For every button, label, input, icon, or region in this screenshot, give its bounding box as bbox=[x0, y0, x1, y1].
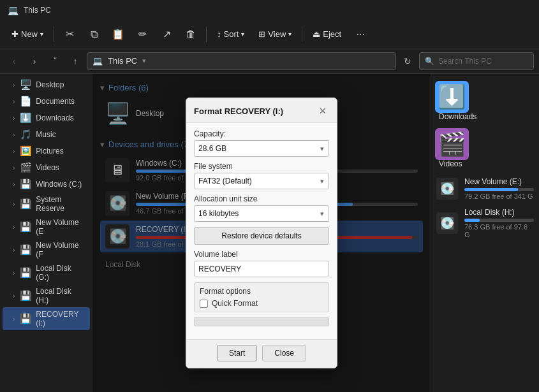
expand-icon: › bbox=[13, 201, 15, 208]
back-button[interactable]: ‹ bbox=[5, 52, 23, 70]
separator bbox=[54, 27, 54, 42]
address-bar: ‹ › ˅ ↑ 💻 This PC ▾ ↻ 🔍 Search This PC bbox=[0, 48, 539, 74]
capacity-select[interactable]: 28.6 GB bbox=[194, 140, 329, 157]
sidebar-label: Pictures bbox=[36, 147, 63, 156]
capacity-select-wrap: 28.6 GB bbox=[194, 140, 329, 157]
sidebar-item-desktop[interactable]: › 🖥️ Desktop bbox=[3, 76, 90, 93]
quick-format-label: Quick Format bbox=[212, 299, 258, 308]
hdd-icon: 💽 bbox=[440, 216, 454, 230]
format-options-title: Format options bbox=[200, 287, 323, 296]
separator3 bbox=[302, 27, 302, 42]
filesystem-select[interactable]: FAT32 (Default) bbox=[194, 173, 329, 189]
copy-button[interactable]: ⧉ bbox=[82, 24, 105, 45]
expand-icon: › bbox=[13, 181, 15, 188]
dialog-close-button[interactable]: ✕ bbox=[316, 105, 329, 117]
sidebar-item-downloads[interactable]: › ⬇️ Downloads bbox=[3, 110, 90, 126]
cut-button[interactable]: ✂ bbox=[58, 24, 81, 45]
volume-label-field: Volume label bbox=[194, 250, 329, 277]
allocation-field: Allocation unit size 16 kilobytes bbox=[194, 194, 329, 222]
share-button[interactable]: ↗ bbox=[155, 24, 178, 45]
eject-button[interactable]: ⏏ Eject bbox=[306, 26, 348, 42]
chevron-sort-icon: ▾ bbox=[241, 31, 244, 38]
filesystem-select-wrap: FAT32 (Default) bbox=[194, 173, 329, 189]
rename-button[interactable]: ✏ bbox=[131, 24, 154, 45]
title-bar: 💻 This PC bbox=[0, 0, 539, 20]
sidebar-item-new-volume-e[interactable]: › 💾 New Volume (E bbox=[3, 215, 90, 238]
drive-f-icon: 💾 bbox=[20, 244, 32, 256]
sidebar-item-videos[interactable]: › 🎬 Videos bbox=[3, 159, 90, 176]
progress-fill bbox=[464, 219, 480, 222]
sidebar-item-system-reserve[interactable]: › 💾 System Reserve bbox=[3, 192, 90, 215]
expand-icon: › bbox=[13, 148, 15, 155]
start-button[interactable]: Start bbox=[217, 345, 257, 361]
sidebar-label: Desktop bbox=[36, 80, 64, 89]
dialog-titlebar: Format RECOVERY (I:) ✕ bbox=[186, 98, 337, 123]
new-button[interactable]: ✚ New ▾ bbox=[5, 26, 50, 42]
filesystem-label: File system bbox=[194, 162, 329, 171]
refresh-button[interactable]: ↻ bbox=[399, 52, 417, 70]
right-device-e[interactable]: 💽 New Volume (E:) 79.2 GB free of 341 G bbox=[434, 173, 536, 204]
sidebar-label: New Volume (E bbox=[36, 218, 85, 236]
progress-bg bbox=[464, 188, 534, 191]
main-layout: › 🖥️ Desktop › 📄 Documents › ⬇️ Download… bbox=[0, 74, 539, 392]
view-icon: ⊞ bbox=[258, 29, 265, 39]
desktop-icon: 🖥️ bbox=[20, 79, 32, 91]
sidebar-label: New Volume (F bbox=[36, 241, 85, 259]
forward-button[interactable]: › bbox=[26, 52, 43, 70]
address-input[interactable]: 💻 This PC ▾ bbox=[87, 52, 396, 70]
search-box[interactable]: 🔍 Search This PC bbox=[419, 52, 534, 70]
up-button[interactable]: ↑ bbox=[66, 52, 84, 70]
device-info-h: Local Disk (H:) 76.3 GB free of 97.6 G bbox=[464, 208, 534, 238]
more-button[interactable]: ··· bbox=[349, 24, 372, 45]
drive-g-icon: 💾 bbox=[20, 267, 32, 279]
device-size: 79.2 GB free of 341 G bbox=[464, 192, 534, 200]
right-panel: ⬇️ Downloads 🎬 Videos 💽 New Volume (E:) … bbox=[431, 74, 539, 392]
sidebar-label: System Reserve bbox=[36, 195, 85, 213]
hdd-icon: 💽 bbox=[440, 182, 454, 196]
downloads-icon-container: ⬇️ bbox=[439, 84, 464, 110]
view-button[interactable]: ⊞ View ▾ bbox=[252, 26, 298, 42]
sort-button[interactable]: ↕ Sort ▾ bbox=[210, 26, 251, 42]
delete-button[interactable]: 🗑 bbox=[179, 24, 202, 45]
capacity-label: Capacity: bbox=[194, 129, 329, 138]
sidebar-label: Windows (C:) bbox=[36, 180, 82, 189]
allocation-select[interactable]: 16 kilobytes bbox=[194, 205, 329, 222]
expand-icon: › bbox=[13, 82, 15, 89]
expand-icon: › bbox=[13, 316, 15, 323]
dialog-overlay: Format RECOVERY (I:) ✕ Capacity: 28.6 GB bbox=[92, 74, 431, 392]
dialog-footer: Start Close bbox=[186, 339, 337, 368]
expand-icon: › bbox=[13, 224, 15, 231]
right-item-videos[interactable]: 🎬 Videos bbox=[434, 126, 536, 173]
device-name: Local Disk (H:) bbox=[464, 208, 534, 217]
app-title: This PC bbox=[24, 6, 51, 15]
close-button[interactable]: Close bbox=[262, 345, 306, 361]
format-options-group: Format options Quick Format bbox=[194, 282, 329, 312]
sidebar-item-new-volume-f[interactable]: › 💾 New Volume (F bbox=[3, 238, 90, 261]
drive-h-icon: 💾 bbox=[20, 290, 32, 301]
volume-label-input[interactable] bbox=[194, 261, 329, 277]
search-placeholder: Search This PC bbox=[438, 57, 492, 66]
allocation-label: Allocation unit size bbox=[194, 194, 329, 203]
sidebar-item-local-disk-g[interactable]: › 💾 Local Disk (G:) bbox=[3, 261, 90, 284]
quick-format-checkbox[interactable] bbox=[200, 300, 208, 308]
sidebar-item-documents[interactable]: › 📄 Documents bbox=[3, 93, 90, 110]
sidebar-item-windows-c[interactable]: › 💾 Windows (C:) bbox=[3, 176, 90, 192]
drive-c-icon: 💾 bbox=[20, 178, 32, 190]
right-item-downloads[interactable]: ⬇️ Downloads bbox=[434, 79, 536, 126]
allocation-select-wrap: 16 kilobytes bbox=[194, 205, 329, 222]
sidebar-item-pictures[interactable]: › 🖼️ Pictures bbox=[3, 143, 90, 159]
sidebar-label: RECOVERY (I:) bbox=[36, 310, 85, 328]
paste-button[interactable]: 📋 bbox=[107, 24, 129, 45]
content-area: Folders (6) 🖥️ Desktop 🎵 Music Devices a… bbox=[92, 74, 431, 392]
sidebar-item-recovery[interactable]: › 💾 RECOVERY (I:) bbox=[3, 307, 90, 330]
right-device-h[interactable]: 💽 Local Disk (H:) 76.3 GB free of 97.6 G bbox=[434, 204, 536, 242]
toolbar: ✚ New ▾ ✂ ⧉ 📋 ✏ ↗ 🗑 ↕ Sort ▾ ⊞ View ▾ ⏏ … bbox=[0, 20, 539, 48]
sidebar-item-music[interactable]: › 🎵 Music bbox=[3, 126, 90, 143]
dialog-body: Capacity: 28.6 GB File system FAT32 (D bbox=[186, 123, 337, 339]
restore-defaults-button[interactable]: Restore device defaults bbox=[194, 227, 329, 245]
volume-label-label: Volume label bbox=[194, 250, 329, 259]
sidebar-item-local-disk-h[interactable]: › 💾 Local Disk (H:) bbox=[3, 284, 90, 307]
expand-icon: › bbox=[13, 131, 15, 138]
expand-icon: › bbox=[13, 115, 15, 122]
down-button[interactable]: ˅ bbox=[46, 52, 64, 70]
